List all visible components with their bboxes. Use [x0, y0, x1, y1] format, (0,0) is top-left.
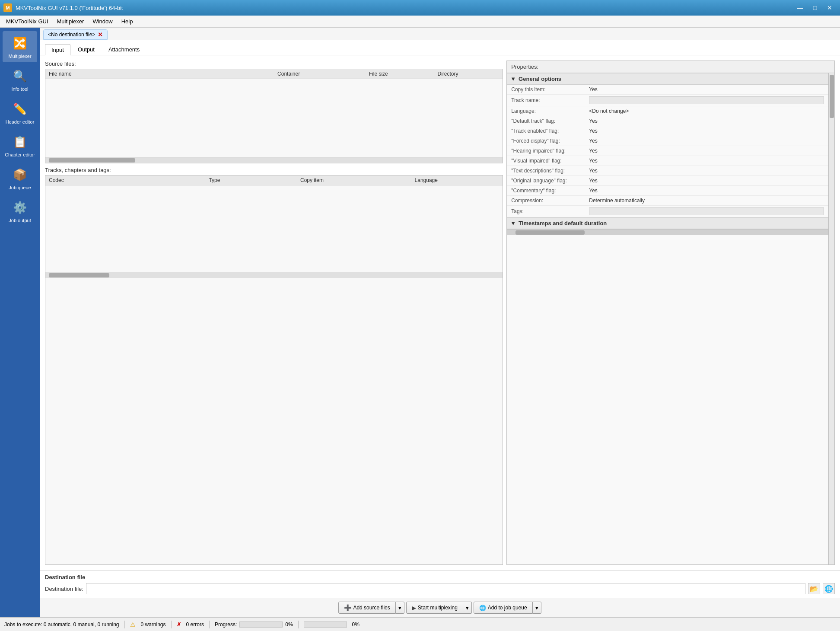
- add-job-label: Add to job queue: [488, 605, 527, 611]
- sidebar-item-info-tool[interactable]: 🔍 Info tool: [3, 64, 37, 95]
- tab-close-button[interactable]: ✕: [98, 31, 103, 38]
- prop-track-name-input[interactable]: [589, 96, 824, 104]
- prop-visual-impaired: "Visual impaired" flag: Yes: [507, 156, 828, 166]
- add-job-dropdown[interactable]: ▾: [533, 602, 541, 614]
- titlebar: M MKVToolNix GUI v71.1.0 ('Fortitude') 6…: [0, 0, 840, 16]
- errors-count: 0 errors: [186, 621, 204, 628]
- tracks-section: Tracks, chapters and tags: Codec Type Co…: [45, 167, 503, 565]
- multiplexer-icon: 🔀: [11, 35, 29, 52]
- tracks-label: Tracks, chapters and tags:: [45, 167, 503, 173]
- prop-tags: Tags:: [507, 206, 828, 217]
- prop-tags-input[interactable]: [589, 207, 824, 215]
- tab-label: <No destination file>: [48, 32, 95, 38]
- menu-window[interactable]: Window: [88, 16, 117, 26]
- source-files-table-wrapper: File name Container File size Directory: [45, 69, 503, 163]
- current-tab[interactable]: <No destination file> ✕: [43, 29, 108, 40]
- prop-compression-label: Compression:: [511, 198, 589, 204]
- sidebar-item-multiplexer[interactable]: 🔀 Multiplexer: [3, 31, 37, 62]
- info-tool-icon: 🔍: [11, 67, 29, 85]
- prop-commentary-value: Yes: [589, 188, 824, 194]
- tracks-hscrollbar[interactable]: [45, 272, 503, 278]
- jobs-status: Jobs to execute: 0 automatic, 0 manual, …: [4, 621, 119, 628]
- prop-copy-item-label: Copy this item:: [511, 86, 589, 92]
- tracks-hscroll-thumb[interactable]: [49, 273, 109, 277]
- prop-compression-value: Determine automatically: [589, 198, 824, 204]
- menu-multiplexer[interactable]: Multiplexer: [53, 16, 89, 26]
- prop-track-enabled: "Track enabled" flag: Yes: [507, 126, 828, 136]
- statusbar: Jobs to execute: 0 automatic, 0 manual, …: [0, 617, 840, 631]
- col-codec: Codec: [45, 175, 205, 185]
- timestamps-hscroll-thumb[interactable]: [515, 230, 585, 235]
- prop-track-enabled-label: "Track enabled" flag:: [511, 128, 589, 134]
- sidebar: 🔀 Multiplexer 🔍 Info tool ✏️ Header edit…: [0, 28, 40, 617]
- close-button[interactable]: ✕: [823, 2, 837, 14]
- window-controls: — □ ✕: [793, 2, 837, 14]
- properties-panel: Properties: ▼ General options Copy this …: [506, 61, 835, 565]
- destination-input[interactable]: [86, 583, 805, 594]
- status-sep-2: [171, 621, 172, 628]
- progress-label: Progress:: [215, 621, 237, 628]
- start-mux-dropdown[interactable]: ▾: [463, 602, 472, 614]
- col-filesize: File size: [366, 69, 434, 79]
- destination-extra-button[interactable]: 🌐: [823, 583, 835, 594]
- prop-tags-label: Tags:: [511, 208, 589, 214]
- source-files-hscrollbar[interactable]: [45, 157, 503, 163]
- start-mux-button[interactable]: ▶ Start multiplexing: [406, 602, 463, 614]
- sidebar-item-header-editor[interactable]: ✏️ Header editor: [3, 97, 37, 128]
- properties-vscrollbar[interactable]: [828, 73, 834, 564]
- left-panel: Source files: File name Container File s…: [45, 61, 503, 565]
- col-filename: File name: [45, 69, 274, 79]
- tab-attachments[interactable]: Attachments: [102, 44, 146, 55]
- col-copy-item: Copy item: [297, 175, 411, 185]
- general-expand-icon: ▼: [510, 76, 516, 82]
- properties-vscroll-thumb[interactable]: [830, 75, 834, 118]
- prop-original-language-label: "Original language" flag:: [511, 178, 589, 184]
- tab-output[interactable]: Output: [71, 44, 101, 55]
- prop-track-name: Track name:: [507, 95, 828, 106]
- prop-language-value: <Do not change>: [589, 108, 824, 114]
- timestamps-hscrollbar[interactable]: [507, 229, 828, 235]
- status-sep-1: [124, 621, 125, 628]
- sidebar-item-job-queue[interactable]: 📦 Job queue: [3, 163, 37, 194]
- sidebar-item-job-output[interactable]: ⚙️ Job output: [3, 195, 37, 226]
- col-type: Type: [205, 175, 297, 185]
- timestamps-expand-icon: ▼: [510, 220, 516, 226]
- dest-field-label: Destination file:: [45, 586, 83, 592]
- prop-commentary-label: "Commentary" flag:: [511, 188, 589, 194]
- menu-help[interactable]: Help: [117, 16, 137, 26]
- source-files-table: File name Container File size Directory: [45, 69, 503, 79]
- prop-original-language: "Original language" flag: Yes: [507, 176, 828, 186]
- minimize-button[interactable]: —: [793, 2, 807, 14]
- prop-text-descriptions-label: "Text descriptions" flag:: [511, 168, 589, 174]
- add-job-button[interactable]: 🌐 Add to job queue: [474, 602, 533, 614]
- tab-input[interactable]: Input: [45, 44, 70, 55]
- status-sep-4: [298, 621, 299, 628]
- main-layout: 🔀 Multiplexer 🔍 Info tool ✏️ Header edit…: [0, 28, 840, 617]
- error-icon: ✗: [177, 621, 181, 628]
- prop-hearing-impaired: "Hearing impaired" flag: Yes: [507, 146, 828, 156]
- timestamps-header[interactable]: ▼ Timestamps and default duration: [507, 217, 828, 229]
- general-options-header[interactable]: ▼ General options: [507, 73, 828, 85]
- prop-copy-item: Copy this item: Yes: [507, 85, 828, 95]
- maximize-button[interactable]: □: [808, 2, 822, 14]
- prop-forced-display-value: Yes: [589, 138, 824, 144]
- menubar: MKVToolNix GUI Multiplexer Window Help: [0, 16, 840, 28]
- add-source-button[interactable]: ➕ Add source files: [338, 602, 395, 614]
- progress-pct2: 0%: [352, 621, 360, 628]
- job-queue-icon: 📦: [11, 166, 29, 183]
- destination-browse-button[interactable]: 📂: [808, 583, 820, 594]
- app-icon: M: [3, 3, 12, 12]
- prop-track-enabled-value: Yes: [589, 128, 824, 134]
- destination-label: Destination file: [45, 574, 835, 580]
- prop-hearing-impaired-label: "Hearing impaired" flag:: [511, 148, 589, 154]
- start-mux-label: Start multiplexing: [418, 605, 458, 611]
- menu-mkvtoolnix-gui[interactable]: MKVToolNix GUI: [2, 16, 53, 26]
- sidebar-item-chapter-editor[interactable]: 📋 Chapter editor: [3, 130, 37, 161]
- destination-section: Destination file Destination file: 📂 🌐: [40, 570, 840, 598]
- add-source-dropdown[interactable]: ▾: [396, 602, 404, 614]
- prop-track-name-label: Track name:: [511, 97, 589, 103]
- source-hscroll-thumb[interactable]: [49, 158, 135, 163]
- prop-text-descriptions-value: Yes: [589, 168, 824, 174]
- properties-scroll[interactable]: ▼ General options Copy this item: Yes Tr…: [507, 73, 828, 564]
- progress-bar: [239, 621, 283, 628]
